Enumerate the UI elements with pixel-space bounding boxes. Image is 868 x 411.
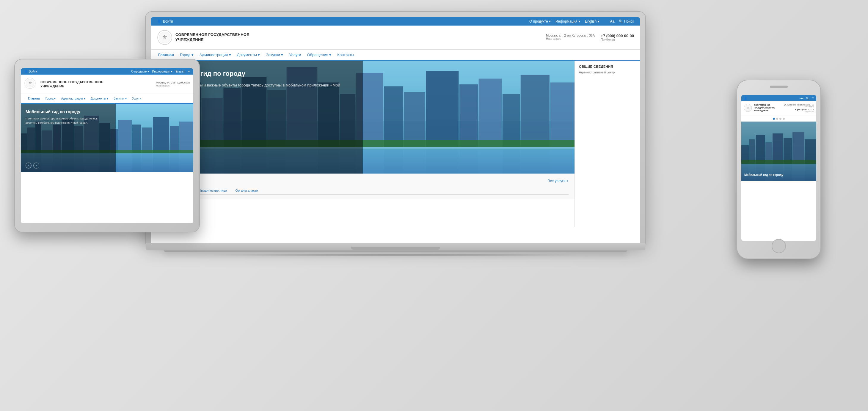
laptop-nav-services[interactable]: Услуги [287, 50, 303, 60]
svg-text:⚜: ⚜ [162, 34, 167, 40]
phone-logo-text: СОВРЕМЕННОЕ ГОСУДАРСТВЕННОЕ УЧРЕЖДЕНИЕ [754, 104, 782, 112]
laptop-font-size[interactable]: Аа [610, 19, 615, 24]
laptop-nav-purchases[interactable]: Закупки ▾ [264, 50, 285, 60]
laptop-screen: 👤 Войти О продукте ▾ Информация ▾ Englis… [151, 17, 640, 243]
tablet-nav-product[interactable]: О продукте ▾ [131, 70, 149, 73]
tablet-hero-subtitle: Памятники архитектуры и важные объекты г… [26, 117, 107, 125]
tablet-nav-docs[interactable]: Документы ▾ [88, 94, 111, 103]
phone-font-btn[interactable]: Аа [800, 97, 803, 100]
tablet-nav-services[interactable]: Услуги [130, 94, 144, 103]
tablet-frame: 👤 Войти О продукте ▾ Информация ▾ Englis… [15, 59, 199, 232]
laptop-logo-text: СОВРЕМЕННОЕ ГОСУДАРСТВЕННОЕ УЧРЕЖДЕНИЕ [176, 32, 249, 42]
phone-frame: 👤 Аа 🔍 ☰ ⚜ [737, 80, 820, 258]
phone-logo-area: ⚜ СОВРЕМЕННОЕ ГОСУДАРСТВЕННОЕ УЧРЕЖДЕНИЕ… [741, 101, 816, 116]
laptop-nav-docs[interactable]: Документы ▾ [235, 50, 262, 60]
laptop-services-tabs: Физические лица Юридические лица Органы … [157, 187, 568, 195]
laptop-phone: +7 (000) 000-00-00 [601, 34, 634, 38]
tablet-nav-home[interactable]: Главная [26, 94, 42, 103]
phone-phone-label: Приёмная [784, 111, 814, 113]
laptop-screen-outer: 👤 Войти О продукте ▾ Информация ▾ Englis… [146, 12, 645, 243]
laptop-nav-contacts[interactable]: Контакты [335, 50, 356, 60]
laptop-tab-authorities[interactable]: Органы власти [231, 187, 262, 195]
tablet-logo-text: СОВРЕМЕННОЕ ГОСУДАРСТВЕННОЕ УЧРЕЖДЕНИЕ [40, 80, 103, 89]
phone-menu-btn[interactable]: ☰ [811, 97, 814, 100]
svg-text:⚜: ⚜ [28, 81, 32, 85]
laptop-header: ⚜ СОВРЕМЕННОЕ ГОСУДАРСТВЕННОЕ УЧРЕЖДЕНИЕ [151, 26, 640, 50]
laptop-foot [163, 250, 627, 252]
tablet-logo: ⚜ СОВРЕМЕННОЕ ГОСУДАРСТВЕННОЕ УЧРЕЖДЕНИЕ [24, 77, 103, 91]
phone-address-label: Наш адрес [784, 106, 814, 107]
phone-number: 8 (981) 844 07 11 [784, 108, 814, 111]
tablet-hero-bg: Мобильный гид по городу Памятники архите… [21, 104, 193, 172]
tablet-emblem: ⚜ [24, 77, 37, 91]
laptop-services-header: Госуслуги Все услуги > [157, 178, 568, 184]
laptop-login-icon: 👤 [157, 19, 161, 24]
laptop-address-label: Наш адрес [546, 37, 595, 40]
laptop-nav-info[interactable]: Информация ▾ [555, 19, 580, 24]
tablet-prev-arrow[interactable]: ‹ [26, 163, 32, 168]
tablet-next-arrow[interactable]: › [33, 163, 39, 168]
phone-search-btn[interactable]: 🔍 [806, 97, 809, 100]
tablet-login[interactable]: 👤 Войти [24, 70, 37, 73]
laptop-search-btn[interactable]: 🔍 Поиск [619, 19, 634, 24]
laptop-header-right: Москва, ул. 2-ая Хуторская, 38А Наш адре… [546, 34, 634, 41]
phone-screen: 👤 Аа 🔍 ☰ ⚜ [741, 95, 816, 241]
laptop-emblem: ⚜ [157, 30, 173, 45]
svg-text:⚜: ⚜ [747, 106, 749, 110]
phone-dots [741, 116, 816, 122]
phone-dot-1[interactable] [773, 118, 775, 120]
laptop-nav-home[interactable]: Главная [156, 50, 176, 60]
phone-hero-title: Мобильный гид по городу [744, 173, 783, 177]
laptop-panel-title: ОБЩИЕ СВЕДЕНИЯ [579, 65, 636, 68]
laptop-logo: ⚜ СОВРЕМЕННОЕ ГОСУДАРСТВЕННОЕ УЧРЕЖДЕНИЕ [157, 30, 249, 45]
phone-dot-4[interactable] [783, 118, 785, 120]
tablet-nav-admin[interactable]: Администрация ▾ [59, 94, 88, 103]
phone-login-icon[interactable]: 👤 [744, 97, 747, 100]
tablet-nav-info[interactable]: Информация ▾ [152, 70, 173, 73]
laptop-nav-product[interactable]: О продукте ▾ [529, 19, 551, 24]
laptop-device: 👤 Войти О продукте ▾ Информация ▾ Englis… [146, 12, 645, 258]
laptop-services: Госуслуги Все услуги > Физические лица Ю… [151, 173, 575, 199]
tablet-nav-city[interactable]: Город ▾ [43, 94, 58, 103]
phone-emblem: ⚜ [744, 104, 752, 113]
laptop-nav-appeals[interactable]: Обращения ▾ [305, 50, 334, 60]
tablet-hero: Мобильный гид по городу Памятники архите… [21, 104, 193, 172]
laptop-tab-legal[interactable]: Юридические лица [194, 187, 231, 195]
phone-device: 👤 Аа 🔍 ☰ ⚜ [737, 80, 820, 258]
phone-dot-2[interactable] [776, 118, 778, 120]
tablet-nav: Главная Город ▾ Администрация ▾ Документ… [21, 94, 193, 104]
laptop-nav-lang[interactable]: English ▾ [585, 19, 599, 24]
tablet-hero-title: Мобильный гид по городу [26, 109, 107, 115]
laptop-panel-subtitle: Административный центр [579, 71, 636, 74]
tablet-topbar: 👤 Войти О продукте ▾ Информация ▾ Englis… [21, 68, 193, 74]
laptop-base [146, 243, 645, 250]
tablet-address: Москва, ул. 2-ая Хуторская [156, 81, 190, 84]
laptop-services-link[interactable]: Все услуги > [548, 179, 568, 183]
tablet-address-label: Наш адрес [156, 84, 190, 87]
laptop-shadow [196, 254, 595, 256]
phone-address: ул. Красного Текстильщика, 10 [784, 104, 814, 106]
laptop-hero: Мобильный гид по городу Памятники архите… [151, 61, 575, 173]
laptop-nav-city[interactable]: Город ▾ [178, 50, 196, 60]
laptop-nav: Главная Город ▾ Администрация ▾ Документ… [151, 50, 640, 61]
tablet-screen: 👤 Войти О продукте ▾ Информация ▾ Englis… [21, 68, 193, 223]
tablet-device: 👤 Войти О продукте ▾ Информация ▾ Englis… [15, 59, 199, 232]
laptop-nav-admin[interactable]: Администрация ▾ [197, 50, 234, 60]
scene: 👤 Войти О продукте ▾ Информация ▾ Englis… [0, 0, 868, 411]
tablet-header: ⚜ СОВРЕМЕННОЕ ГОСУДАРСТВЕННОЕ УЧРЕЖДЕНИЕ… [21, 74, 193, 94]
laptop-login[interactable]: 👤 Войти [157, 19, 173, 24]
tablet-nav-purchases[interactable]: Закупки ▾ [111, 94, 129, 103]
laptop-address: Москва, ул. 2-ая Хуторская, 38А [546, 34, 595, 37]
laptop-phone-label: Приёмная [601, 38, 634, 41]
laptop-topbar: 👤 Войти О продукте ▾ Информация ▾ Englis… [151, 17, 640, 26]
tablet-login-icon: 👤 [24, 70, 28, 73]
phone-dot-3[interactable] [779, 118, 781, 120]
phone-hero: Мобильный гид по городу [741, 122, 816, 181]
tablet-nav-lang[interactable]: English [176, 70, 185, 73]
phone-topbar: 👤 Аа 🔍 ☰ [741, 95, 816, 101]
